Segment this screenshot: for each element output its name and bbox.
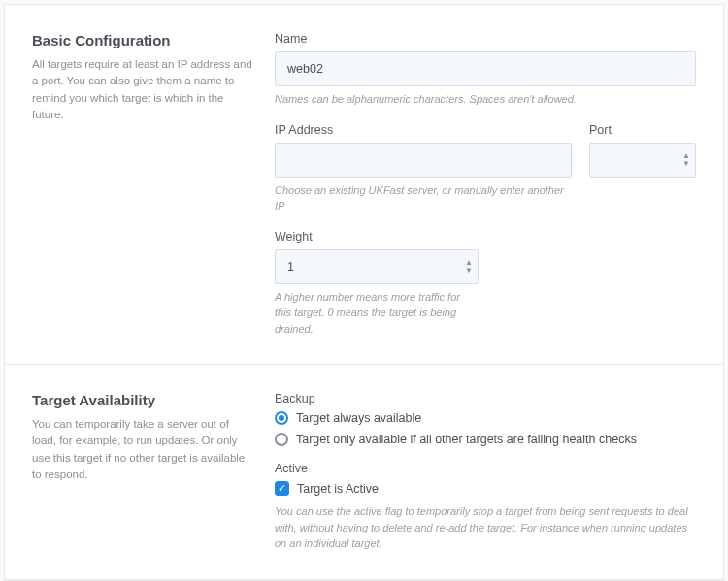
- ip-label: IP Address: [275, 123, 572, 137]
- weight-label: Weight: [275, 230, 696, 243]
- port-label: Port: [589, 123, 696, 137]
- port-spinner-icon[interactable]: ▲▼: [682, 152, 690, 168]
- weight-helper: A higher number means more traffic for t…: [275, 289, 479, 338]
- availability-heading: Target Availability: [32, 392, 255, 408]
- backup-field: Backup Target always available Target on…: [275, 392, 696, 446]
- active-checkbox-row[interactable]: ✓ Target is Active: [275, 481, 696, 496]
- checkbox-checked-icon: ✓: [275, 481, 289, 496]
- backup-option-always-label: Target always available: [296, 411, 421, 425]
- basic-config-description: All targets require at least an IP addre…: [32, 56, 255, 123]
- availability-sidebar: Target Availability You can temporarily …: [32, 392, 255, 552]
- ip-helper: Choose an existing UKFast server, or man…: [275, 182, 572, 214]
- backup-option-failover[interactable]: Target only available if all other targe…: [275, 433, 696, 446]
- name-helper: Names can be alphanumeric characters. Sp…: [275, 91, 696, 108]
- availability-form: Backup Target always available Target on…: [275, 392, 696, 552]
- ip-input[interactable]: [275, 143, 572, 178]
- backup-option-always[interactable]: Target always available: [275, 411, 696, 425]
- basic-config-form: Name Names can be alphanumeric character…: [275, 32, 696, 337]
- name-label: Name: [275, 32, 696, 46]
- availability-section: Target Availability You can temporarily …: [5, 365, 723, 580]
- basic-config-heading: Basic Configuration: [32, 32, 255, 48]
- name-input[interactable]: [275, 51, 696, 86]
- availability-description: You can temporarily take a server out of…: [32, 416, 255, 483]
- basic-config-section: Basic Configuration All targets require …: [5, 5, 723, 365]
- basic-config-sidebar: Basic Configuration All targets require …: [32, 32, 255, 337]
- backup-label: Backup: [275, 392, 696, 405]
- port-input[interactable]: [589, 143, 696, 178]
- active-label: Active: [275, 462, 696, 475]
- ip-field: IP Address Choose an existing UKFast ser…: [275, 123, 572, 214]
- weight-spinner-icon[interactable]: ▲▼: [465, 259, 473, 274]
- active-checkbox-label: Target is Active: [297, 482, 379, 496]
- radio-checked-icon: [275, 411, 288, 425]
- active-helper: You can use the active flag to temporari…: [275, 503, 696, 552]
- active-field: Active ✓ Target is Active You can use th…: [275, 462, 696, 552]
- ip-port-row: IP Address Choose an existing UKFast ser…: [275, 123, 696, 230]
- weight-field: Weight ▲▼ A higher number means more tra…: [275, 230, 696, 338]
- port-field: Port ▲▼: [589, 123, 696, 230]
- weight-input[interactable]: [275, 249, 479, 284]
- name-field: Name Names can be alphanumeric character…: [275, 32, 696, 108]
- radio-unchecked-icon: [275, 433, 288, 446]
- create-target-panel: Basic Configuration All targets require …: [4, 4, 724, 581]
- backup-option-failover-label: Target only available if all other targe…: [296, 433, 637, 446]
